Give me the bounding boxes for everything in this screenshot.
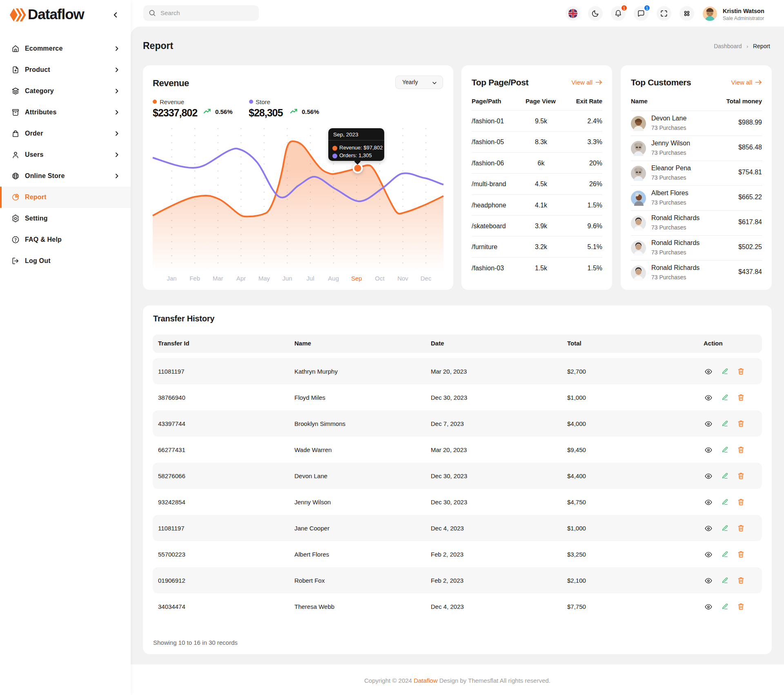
svg-text:Feb: Feb — [189, 275, 200, 282]
svg-text:Aug: Aug — [328, 275, 339, 282]
svg-text:Jan: Jan — [167, 275, 176, 282]
svg-text:May: May — [258, 275, 270, 282]
svg-text:Nov: Nov — [397, 275, 408, 282]
svg-text:Sep: Sep — [351, 275, 362, 282]
svg-text:Oct: Oct — [375, 275, 385, 282]
svg-text:Jul: Jul — [307, 275, 314, 282]
svg-text:Apr: Apr — [236, 275, 246, 282]
svg-text:Jun: Jun — [282, 275, 292, 282]
svg-text:Dec: Dec — [421, 275, 432, 282]
svg-text:Mar: Mar — [213, 275, 223, 282]
